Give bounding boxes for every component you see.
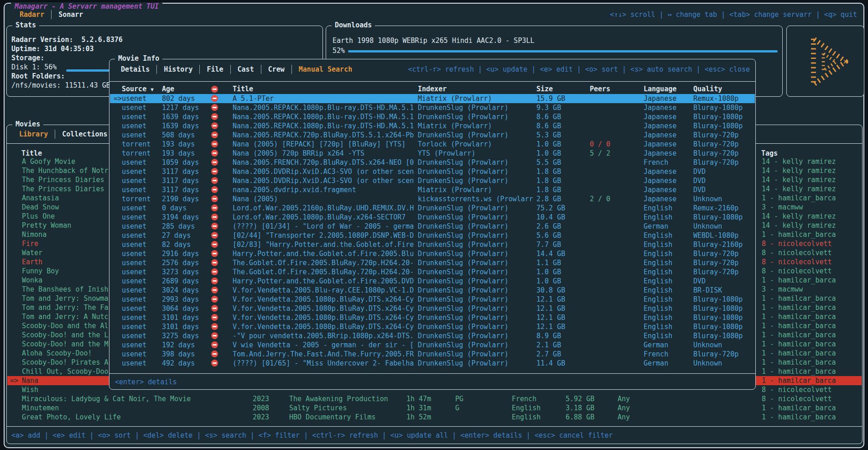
movie-info-tab[interactable]: Crew — [261, 65, 292, 74]
movie-row[interactable]: Minutemen 2008 Salty Pictures 1h 31m G E… — [7, 403, 862, 413]
rejected-icon — [211, 177, 218, 184]
app-title: Managarr - A Servarr management TUI — [11, 2, 162, 10]
release-indexer: DrunkenSlug (Prowlarr) — [418, 222, 535, 231]
release-rejected — [211, 322, 221, 331]
language-column-header[interactable]: Language — [644, 85, 692, 93]
movie-tag: 14 - kelly ramirez — [762, 221, 865, 230]
search-result-row[interactable]: => usenet 802 days A 5.1-PTer Miatrix (P… — [110, 94, 755, 103]
peers-column-header[interactable]: Peers — [590, 85, 641, 93]
movie-info-tab[interactable]: Manual Search — [292, 65, 359, 74]
search-result-row[interactable]: torrent 193 days Nana (2005) [REPACK] [7… — [110, 140, 755, 149]
search-result-row[interactable]: usenet 3117 days Nana.2005.DVDRip.XviD.A… — [110, 167, 755, 176]
source-column-header[interactable]: Source ▼ — [122, 85, 161, 93]
size-column-header[interactable]: Size — [536, 85, 587, 93]
top-keybind-hints: <↑↓> scroll | ↔ change tab | <tab> chang… — [610, 10, 857, 19]
search-result-row[interactable]: usenet 3101 days V.for.Vendetta.2005.108… — [110, 313, 755, 322]
release-rejected — [211, 176, 221, 185]
release-language: English — [644, 258, 692, 267]
rejected-icon — [211, 86, 218, 93]
search-result-row[interactable]: usenet 3101 days V.for.Vendetta.2005.108… — [110, 322, 755, 331]
search-result-row[interactable]: usenet 3064 days V.for.Vendetta.2005.108… — [110, 304, 755, 313]
movie-runtime: 1h 47m — [406, 394, 453, 403]
release-quality: Bluray-720p — [693, 149, 755, 158]
rejected-icon — [211, 341, 218, 348]
movie-info-tab[interactable]: History — [157, 65, 200, 74]
release-quality: DVD — [693, 185, 755, 194]
release-quality: Unknown — [693, 194, 755, 204]
release-size: 12.1 GB — [536, 322, 587, 331]
movie-title: Minutemen — [22, 403, 251, 413]
movie-row[interactable]: Great Photo, Lovely Life 2023 HBO Docume… — [7, 413, 862, 422]
search-result-row[interactable]: usenet 285 days (????) [01/34] - "Lord o… — [110, 222, 755, 231]
release-indexer: DrunkenSlug (Prowlarr) — [418, 240, 535, 249]
rejected-icon — [211, 351, 218, 357]
movie-info-tab[interactable]: Cast — [231, 65, 261, 74]
release-rejected — [211, 222, 221, 231]
release-quality: Unknown — [693, 222, 755, 231]
movies-tab[interactable]: Collections — [55, 130, 114, 139]
search-result-row[interactable]: usenet 1217 days Nana.2005.REPACK.1080p.… — [110, 103, 755, 112]
release-indexer: DrunkenSlug (Prowlarr) — [418, 350, 535, 359]
release-language: Japanese — [644, 194, 692, 204]
movie-info-tab[interactable]: Details — [114, 65, 157, 74]
search-result-row[interactable]: usenet 82 days [02/83] "Harry.Potter.and… — [110, 240, 755, 249]
release-indexer: DrunkenSlug (Prowlarr) — [418, 359, 535, 368]
search-result-row[interactable]: usenet 3194 days Lord.of.War.2005.1080p.… — [110, 213, 755, 222]
release-indexer: DrunkenSlug (Prowlarr) — [418, 258, 535, 267]
quality-column-header[interactable]: Quality — [693, 85, 755, 93]
rejected-icon — [211, 186, 218, 193]
release-indexer: DrunkenSlug (Prowlarr) — [418, 313, 535, 322]
release-age: 492 days — [162, 359, 210, 368]
search-result-row[interactable]: usenet 1059 days Nana.2005.FRENCH.720p.B… — [110, 158, 755, 167]
release-title: Harry.Potter.and.the.Goblet.of.Fire.2005… — [233, 249, 416, 258]
search-result-row[interactable]: usenet 2576 days The.Goblet.Of.Fire.2005… — [110, 258, 755, 267]
movie-tag: 1 - hamilcar_barca — [762, 376, 865, 385]
search-result-row[interactable]: usenet 398 days Tom.And.Jerry.The.Fast.A… — [110, 350, 755, 359]
search-result-row[interactable]: usenet 27 days [02/44] "Transporter 2.20… — [110, 231, 755, 240]
release-rejected — [211, 277, 221, 286]
title-column-header[interactable]: Title — [233, 85, 416, 93]
search-result-row[interactable]: torrent 2190 days Nana (2005) kickasstor… — [110, 194, 755, 204]
search-result-row[interactable]: usenet 1639 days Nana.2005.REPACK.1080p.… — [110, 112, 755, 121]
release-age: 2916 days — [162, 249, 210, 258]
release-source: usenet — [122, 304, 161, 313]
servarr-tab[interactable]: Sonarr — [52, 10, 90, 19]
rejected-icon — [211, 113, 218, 120]
search-result-row[interactable]: usenet 2993 days V.for.Vendetta.2005.108… — [110, 295, 755, 304]
movie-row[interactable]: Miraculous: Ladybug & Cat Noir, The Movi… — [7, 394, 862, 403]
movies-tab[interactable]: Library — [12, 130, 55, 139]
app-window: Managarr - A Servarr management TUI Rada… — [4, 3, 864, 448]
search-result-row[interactable]: usenet 3275 days -"V pour vendetta.2005.… — [110, 331, 755, 340]
movie-quality-profile: Any — [618, 403, 675, 413]
rejected-icon — [211, 104, 218, 111]
search-result-row[interactable]: torrent 193 days Nana (2005) 720p BRRip … — [110, 149, 755, 158]
search-result-row[interactable]: usenet 2916 days Harry.Potter.and.the.Go… — [110, 249, 755, 258]
movie-info-tab[interactable]: File — [200, 65, 230, 74]
search-result-row[interactable]: usenet 1639 days Nana.2005.REPACK.1080p.… — [110, 121, 755, 131]
release-rejected — [211, 286, 221, 295]
indexer-column-header[interactable]: Indexer — [418, 85, 535, 93]
release-rejected — [211, 249, 221, 258]
search-result-row[interactable]: usenet 3273 days The.Goblet.Of.Fire.2005… — [110, 267, 755, 277]
search-result-row[interactable]: usenet 3117 days Nana.2005.DVDRip.XviD.A… — [110, 176, 755, 185]
release-language: English — [644, 249, 692, 258]
release-title: Nana.2005.DVDRip.XviD.AC3-SVO (or other … — [233, 176, 416, 185]
managarr-logo-icon — [799, 32, 853, 91]
movie-studio: Salty Pictures — [289, 403, 404, 413]
release-language: Japanese — [644, 140, 692, 149]
rejection-column-header[interactable] — [211, 85, 221, 94]
search-result-row[interactable]: usenet 0 days Lord.of.War.2005.2160p.Blu… — [110, 204, 755, 213]
search-result-row[interactable]: usenet 508 days Nana.2005.REPACK.720p.Bl… — [110, 131, 755, 140]
release-indexer: DrunkenSlug (Prowlarr) — [418, 158, 535, 167]
movies-keybind-hints: <a> add | <e> edit | <o> sort | <del> de… — [11, 431, 613, 440]
search-result-row[interactable]: usenet 3117 days nana.2005.dvdrip.xvid.f… — [110, 185, 755, 194]
release-title: V.for.Vendetta.2005.1080p.BluRay.DTS.x26… — [233, 304, 416, 313]
rejected-icon — [211, 277, 218, 284]
search-result-row[interactable]: usenet 192 days V wie Vendetta - 2005 - … — [110, 340, 755, 350]
age-column-header[interactable]: Age — [162, 85, 210, 93]
release-indexer: DrunkenSlug (Prowlarr) — [418, 331, 535, 340]
search-result-row[interactable]: usenet 3024 days V.for.Vendetta.2005.Blu… — [110, 286, 755, 295]
search-result-row[interactable]: usenet 492 days (????) [01/65] - "Miss U… — [110, 359, 755, 368]
servarr-tab[interactable]: Radarr — [13, 10, 52, 19]
search-result-row[interactable]: usenet 2689 days Harry.Potter.and.the.Go… — [110, 277, 755, 286]
